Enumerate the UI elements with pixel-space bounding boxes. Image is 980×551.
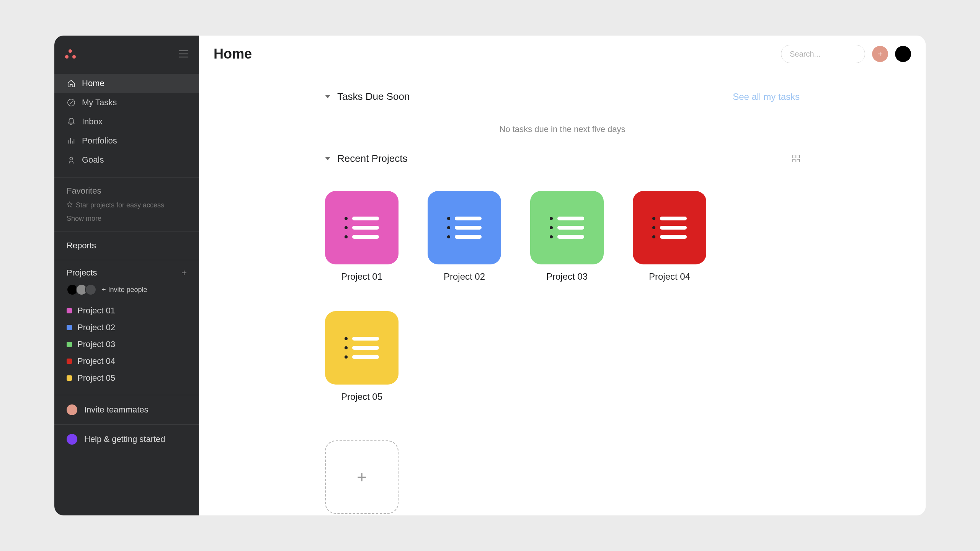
projects-header: Projects +: [54, 260, 199, 281]
project-color-badge: [67, 325, 72, 330]
logo-icon[interactable]: [65, 49, 76, 59]
projects-heading: Projects: [67, 268, 97, 278]
new-project-tile[interactable]: + New Project: [325, 440, 399, 515]
project-tile-card: [530, 191, 604, 264]
invite-people-link[interactable]: + Invite people: [102, 286, 147, 294]
sidebar-project-list: Project 01Project 02Project 03Project 04…: [54, 302, 199, 395]
project-color-badge: [67, 359, 72, 364]
project-color-badge: [67, 342, 72, 347]
project-tile-card: [633, 191, 706, 264]
view-layout-icon[interactable]: [792, 155, 800, 162]
svg-point-1: [70, 157, 72, 160]
favorites-hint-text: Star projects for easy access: [76, 201, 164, 209]
content-scroll: Tasks Due Soon See all my tasks No tasks…: [199, 72, 926, 515]
project-tile[interactable]: Project 05: [325, 311, 399, 402]
chevron-down-icon[interactable]: [325, 95, 330, 98]
bell-icon: [67, 117, 76, 126]
nav-label: Inbox: [82, 117, 103, 127]
invite-teammates-label: Invite teammates: [84, 405, 149, 415]
new-project-card: +: [325, 440, 399, 514]
star-icon: [67, 201, 73, 209]
nav-my-tasks[interactable]: My Tasks: [54, 93, 199, 112]
nav-label: Portfolios: [82, 136, 117, 146]
add-project-icon[interactable]: +: [181, 268, 187, 277]
project-tile[interactable]: Project 04: [633, 191, 706, 282]
list-icon: [550, 217, 584, 239]
invite-people-label: Invite people: [108, 286, 147, 294]
avatar: [85, 284, 96, 295]
project-tile-label: Project 01: [341, 271, 382, 282]
favorites-heading: Favorites: [67, 186, 187, 196]
show-more-link[interactable]: Show more: [67, 215, 187, 223]
recent-projects-title: Recent Projects: [337, 153, 408, 165]
plus-icon: +: [357, 469, 367, 486]
project-tile-label: Project 02: [444, 271, 485, 282]
invite-teammates-icon: [67, 404, 77, 415]
project-tile[interactable]: Project 01: [325, 191, 399, 282]
plus-icon: +: [102, 286, 106, 294]
bar-chart-icon: [67, 136, 76, 145]
sidebar-project-item[interactable]: Project 02: [67, 319, 187, 336]
chevron-down-icon[interactable]: [325, 157, 330, 160]
people-row: + Invite people: [54, 281, 199, 302]
home-icon: [67, 79, 76, 88]
sidebar-project-item[interactable]: Project 05: [67, 370, 187, 386]
nav-inbox[interactable]: Inbox: [54, 112, 199, 131]
project-tile-label: Project 05: [341, 391, 382, 402]
topbar: Home +: [199, 36, 926, 72]
project-tile-card: [325, 191, 399, 264]
project-label: Project 04: [77, 356, 115, 366]
avatar-stack[interactable]: [67, 284, 96, 295]
project-label: Project 02: [77, 323, 115, 333]
goals-icon: [67, 155, 76, 165]
project-tiles: Project 01Project 02Project 03Project 04…: [325, 177, 800, 402]
plus-icon: +: [877, 49, 883, 59]
help-label: Help & getting started: [84, 434, 165, 444]
list-icon: [447, 217, 482, 239]
project-tile-card: [325, 311, 399, 385]
nav-goals[interactable]: Goals: [54, 150, 199, 170]
menu-icon[interactable]: [179, 51, 188, 57]
project-tile-label: Project 04: [649, 271, 690, 282]
sidebar-project-item[interactable]: Project 03: [67, 336, 187, 353]
nav-label: Home: [82, 78, 105, 88]
project-color-badge: [67, 375, 72, 381]
see-all-tasks-link[interactable]: See all my tasks: [733, 91, 800, 102]
project-label: Project 01: [77, 306, 115, 316]
help-icon: [67, 434, 77, 445]
project-tile-label: Project 03: [546, 271, 588, 282]
favorites-hint: Star projects for easy access: [67, 201, 187, 209]
recent-projects-header: Recent Projects: [325, 153, 800, 170]
project-tile[interactable]: Project 02: [428, 191, 501, 282]
sidebar-project-item[interactable]: Project 04: [67, 353, 187, 370]
nav-home[interactable]: Home: [54, 74, 199, 93]
nav-portfolios[interactable]: Portfolios: [54, 131, 199, 150]
tasks-due-header: Tasks Due Soon See all my tasks: [325, 91, 800, 108]
nav-reports[interactable]: Reports: [54, 231, 199, 260]
sidebar: Home My Tasks Inbox Portfolios: [54, 36, 199, 515]
project-tile-card: [428, 191, 501, 264]
user-avatar[interactable]: [895, 46, 911, 62]
invite-teammates-button[interactable]: Invite teammates: [54, 395, 199, 424]
add-button[interactable]: +: [872, 46, 888, 62]
sidebar-project-item[interactable]: Project 01: [67, 302, 187, 319]
favorites-section: Favorites Star projects for easy access …: [54, 178, 199, 231]
project-label: Project 05: [77, 373, 115, 383]
project-label: Project 03: [77, 339, 115, 349]
app-window: Home My Tasks Inbox Portfolios: [54, 36, 926, 515]
check-circle-icon: [67, 98, 76, 107]
nav-label: Goals: [82, 155, 104, 165]
project-color-badge: [67, 308, 72, 313]
list-icon: [652, 217, 687, 239]
page-title: Home: [214, 46, 252, 62]
topbar-actions: +: [781, 45, 911, 63]
list-icon: [345, 337, 379, 359]
nav-label: My Tasks: [82, 98, 117, 108]
search-input[interactable]: [781, 45, 865, 63]
tasks-empty-message: No tasks due in the next five days: [325, 115, 800, 153]
content-inner: Tasks Due Soon See all my tasks No tasks…: [325, 91, 800, 515]
help-button[interactable]: Help & getting started: [54, 425, 199, 454]
tasks-due-title: Tasks Due Soon: [337, 91, 410, 103]
primary-nav: Home My Tasks Inbox Portfolios: [54, 72, 199, 177]
project-tile[interactable]: Project 03: [530, 191, 604, 282]
